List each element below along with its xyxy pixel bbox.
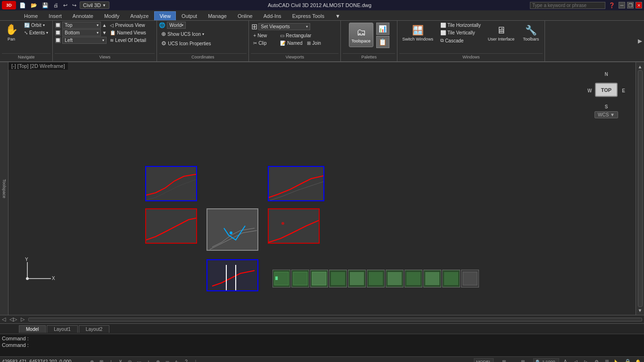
clip-vp-button[interactable]: ✂ Clip: [251, 40, 277, 47]
scroll-tab-arrows[interactable]: ◁▷: [8, 316, 19, 322]
tab-insert[interactable]: Insert: [43, 11, 67, 20]
cascade-button[interactable]: ⧉ Cascade: [438, 37, 483, 44]
horizontal-scrollbar[interactable]: [28, 318, 642, 321]
tab-layout2[interactable]: Layout2: [79, 325, 110, 333]
view-top-selector[interactable]: Top ▾: [62, 22, 101, 29]
ribbon-collapse[interactable]: ▶: [638, 21, 644, 61]
thumb-5[interactable]: [348, 270, 366, 288]
status-icon-2[interactable]: ▷: [582, 358, 590, 362]
viewport-midcenter[interactable]: [206, 208, 258, 251]
named-views-button[interactable]: 📋 Named Views: [107, 29, 155, 36]
pan-button[interactable]: ✋ Pan: [2, 22, 21, 43]
keyword-search[interactable]: [530, 2, 605, 9]
quick-access-new[interactable]: 📄: [18, 2, 27, 9]
user-interface-button[interactable]: 🖥 User Interface: [485, 22, 518, 44]
thumb-3[interactable]: [310, 270, 328, 288]
orbit-button[interactable]: 🔄 Orbit ▾: [22, 22, 50, 29]
nav-cube-box[interactable]: TOP: [595, 83, 618, 97]
show-ucs-icon-button[interactable]: ⊕ Show UCS Icon ▾: [159, 30, 206, 38]
model-status-btn[interactable]: MODEL: [474, 358, 494, 362]
tile-horizontally-button[interactable]: ⬜ Tile Horizontally: [438, 22, 483, 29]
lweight-icon[interactable]: ═: [163, 358, 172, 362]
help-icon[interactable]: ❓: [607, 2, 617, 8]
scroll-left-arrow[interactable]: ◁: [0, 316, 8, 322]
quick-access-undo[interactable]: ↩: [62, 2, 69, 9]
viewport-midleft[interactable]: [145, 208, 197, 244]
tab-home[interactable]: Home: [19, 11, 43, 20]
minimize-button[interactable]: ─: [619, 2, 625, 8]
thumb-1[interactable]: ▓: [272, 270, 290, 288]
polar-icon[interactable]: ⊻: [116, 358, 124, 362]
thumb-9[interactable]: [423, 270, 441, 288]
view-more-icon[interactable]: ▲: [102, 23, 107, 28]
scroll-right-arrow[interactable]: ▷: [19, 316, 26, 322]
dyn-icon[interactable]: ⊕: [154, 358, 162, 362]
scroll-up-arrow[interactable]: ▲: [638, 64, 643, 69]
viewport-scale-btn2[interactable]: ⊞: [514, 358, 531, 362]
set-viewports-selector[interactable]: Set Viewports ▾: [258, 23, 310, 30]
settings-icon[interactable]: ⚙: [592, 358, 601, 362]
restore-button[interactable]: ❐: [627, 2, 634, 8]
wcs-button[interactable]: WCS ▼: [594, 111, 618, 118]
thumb-10[interactable]: [442, 270, 460, 288]
app-name-dropdown[interactable]: Civil 3D ▼: [80, 1, 109, 9]
otrack-icon[interactable]: ⋯: [135, 358, 143, 362]
viewport-topleft[interactable]: [145, 166, 197, 201]
annotate-icon[interactable]: 📐: [613, 358, 621, 362]
toolspace-sidebar[interactable]: Toolspace: [0, 62, 8, 315]
quick-access-redo[interactable]: ↪: [71, 2, 78, 9]
status-icon-1[interactable]: ◁: [571, 358, 580, 362]
switch-windows-button[interactable]: 🪟 Switch Windows: [399, 22, 436, 44]
workspace-icon[interactable]: 🔒: [623, 358, 632, 362]
tile-vertically-button[interactable]: ⬜ Tile Vertically: [438, 29, 483, 36]
new-vp-button[interactable]: + New: [251, 32, 277, 39]
thumb-6[interactable]: [367, 270, 385, 288]
ortho-icon[interactable]: ⊥: [107, 358, 115, 362]
tab-addins[interactable]: Add-Ins: [258, 11, 287, 20]
grid-icon[interactable]: ⊞: [97, 358, 106, 362]
ucs-icon-props-button[interactable]: ⚙ UCS Icon Properties: [159, 39, 213, 48]
toolspace-button[interactable]: 🗂 Toolspace: [349, 23, 373, 47]
toolbars-button[interactable]: 🔧 Toolbars: [519, 22, 543, 44]
tab-layout1[interactable]: Layout1: [47, 325, 78, 333]
thumb-2[interactable]: [291, 270, 309, 288]
scroll-down-arrow[interactable]: ▼: [638, 308, 643, 313]
quick-access-print[interactable]: 🖨: [52, 2, 60, 8]
viewport-scale-btn[interactable]: ⊞: [495, 358, 512, 362]
tab-online[interactable]: Online: [232, 11, 258, 20]
quick-access-save[interactable]: 💾: [41, 2, 50, 9]
join-vp-button[interactable]: ⊞ Join: [305, 40, 325, 47]
palette-btn-1[interactable]: 📊: [376, 23, 389, 35]
view-more-icon2[interactable]: ▼: [102, 30, 107, 35]
layers-icon[interactable]: ☰: [603, 358, 611, 362]
tab-manage[interactable]: Manage: [203, 11, 232, 20]
tab-annotate[interactable]: Annotate: [67, 11, 99, 20]
thumb-4[interactable]: [329, 270, 347, 288]
tab-output[interactable]: Output: [176, 11, 202, 20]
close-button[interactable]: ✕: [636, 2, 642, 8]
viewport-midright[interactable]: [268, 208, 320, 244]
thumb-11[interactable]: [461, 270, 479, 288]
qp-icon[interactable]: ?: [182, 358, 190, 362]
sc-icon[interactable]: ⋮: [191, 358, 200, 362]
viewport-botcenter[interactable]: [206, 259, 258, 291]
thumb-7[interactable]: [386, 270, 404, 288]
level-of-detail-button[interactable]: ≋ Level Of Detail: [107, 37, 155, 44]
notify-icon[interactable]: 🔔: [634, 358, 642, 362]
previous-view-button[interactable]: ◁ Previous View: [107, 22, 155, 29]
app-logo[interactable]: 3D: [2, 1, 16, 9]
world-selector[interactable]: World ▾: [167, 22, 186, 29]
tab-express-tools[interactable]: Express Tools: [287, 11, 330, 20]
cube-top-face[interactable]: TOP: [595, 83, 618, 97]
ducs-icon[interactable]: ↕: [144, 358, 153, 362]
thumb-8[interactable]: [405, 270, 422, 288]
annotation-icon[interactable]: A: [561, 358, 570, 362]
view-left-selector[interactable]: Left ▾: [62, 37, 107, 44]
tpmode-icon[interactable]: ∿: [173, 358, 181, 362]
tab-analyze[interactable]: Analyze: [125, 11, 154, 20]
palette-btn-2[interactable]: 📋: [376, 36, 389, 48]
tab-view[interactable]: View: [154, 11, 176, 20]
tab-more[interactable]: ▼: [330, 11, 346, 20]
snap-icon[interactable]: ⊕: [88, 358, 96, 362]
osnap-icon[interactable]: ◎: [125, 358, 134, 362]
